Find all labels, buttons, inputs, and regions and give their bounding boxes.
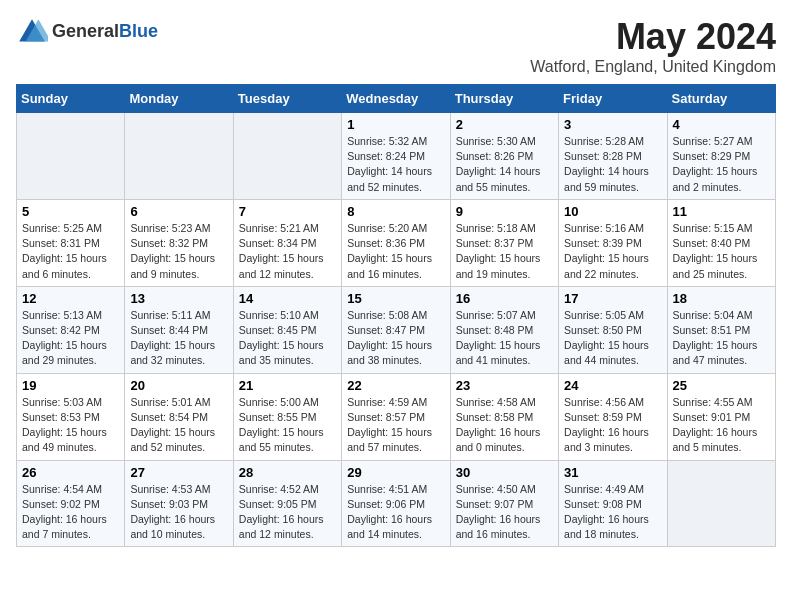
day-info: Sunrise: 4:49 AMSunset: 9:08 PMDaylight:… — [564, 482, 661, 543]
calendar-cell: 23Sunrise: 4:58 AMSunset: 8:58 PMDayligh… — [450, 373, 558, 460]
weekday-header-wednesday: Wednesday — [342, 85, 450, 113]
day-info: Sunrise: 5:05 AMSunset: 8:50 PMDaylight:… — [564, 308, 661, 369]
day-info: Sunrise: 5:25 AMSunset: 8:31 PMDaylight:… — [22, 221, 119, 282]
day-info: Sunrise: 5:16 AMSunset: 8:39 PMDaylight:… — [564, 221, 661, 282]
day-number: 31 — [564, 465, 661, 480]
day-number: 16 — [456, 291, 553, 306]
logo-icon — [16, 16, 48, 48]
day-info: Sunrise: 5:32 AMSunset: 8:24 PMDaylight:… — [347, 134, 444, 195]
calendar-cell: 8Sunrise: 5:20 AMSunset: 8:36 PMDaylight… — [342, 199, 450, 286]
page-header: GeneralBlue May 2024 Watford, England, U… — [16, 16, 776, 76]
day-number: 13 — [130, 291, 227, 306]
day-number: 2 — [456, 117, 553, 132]
calendar-cell: 16Sunrise: 5:07 AMSunset: 8:48 PMDayligh… — [450, 286, 558, 373]
calendar-cell: 1Sunrise: 5:32 AMSunset: 8:24 PMDaylight… — [342, 113, 450, 200]
day-info: Sunrise: 5:21 AMSunset: 8:34 PMDaylight:… — [239, 221, 336, 282]
calendar-cell: 20Sunrise: 5:01 AMSunset: 8:54 PMDayligh… — [125, 373, 233, 460]
day-number: 29 — [347, 465, 444, 480]
calendar-table: SundayMondayTuesdayWednesdayThursdayFrid… — [16, 84, 776, 547]
weekday-header-thursday: Thursday — [450, 85, 558, 113]
day-number: 3 — [564, 117, 661, 132]
day-number: 1 — [347, 117, 444, 132]
day-number: 9 — [456, 204, 553, 219]
day-number: 7 — [239, 204, 336, 219]
day-info: Sunrise: 4:51 AMSunset: 9:06 PMDaylight:… — [347, 482, 444, 543]
calendar-cell: 4Sunrise: 5:27 AMSunset: 8:29 PMDaylight… — [667, 113, 775, 200]
day-number: 27 — [130, 465, 227, 480]
day-info: Sunrise: 5:01 AMSunset: 8:54 PMDaylight:… — [130, 395, 227, 456]
day-number: 26 — [22, 465, 119, 480]
day-number: 24 — [564, 378, 661, 393]
day-info: Sunrise: 5:30 AMSunset: 8:26 PMDaylight:… — [456, 134, 553, 195]
weekday-header-saturday: Saturday — [667, 85, 775, 113]
calendar-cell: 26Sunrise: 4:54 AMSunset: 9:02 PMDayligh… — [17, 460, 125, 547]
day-number: 28 — [239, 465, 336, 480]
calendar-cell: 30Sunrise: 4:50 AMSunset: 9:07 PMDayligh… — [450, 460, 558, 547]
day-number: 21 — [239, 378, 336, 393]
day-info: Sunrise: 5:03 AMSunset: 8:53 PMDaylight:… — [22, 395, 119, 456]
location-text: Watford, England, United Kingdom — [530, 58, 776, 76]
day-info: Sunrise: 4:55 AMSunset: 9:01 PMDaylight:… — [673, 395, 770, 456]
day-number: 6 — [130, 204, 227, 219]
calendar-cell: 6Sunrise: 5:23 AMSunset: 8:32 PMDaylight… — [125, 199, 233, 286]
calendar-cell: 2Sunrise: 5:30 AMSunset: 8:26 PMDaylight… — [450, 113, 558, 200]
calendar-cell: 27Sunrise: 4:53 AMSunset: 9:03 PMDayligh… — [125, 460, 233, 547]
day-info: Sunrise: 4:52 AMSunset: 9:05 PMDaylight:… — [239, 482, 336, 543]
day-number: 5 — [22, 204, 119, 219]
logo-general-text: General — [52, 21, 119, 41]
day-info: Sunrise: 5:04 AMSunset: 8:51 PMDaylight:… — [673, 308, 770, 369]
day-number: 10 — [564, 204, 661, 219]
calendar-cell: 25Sunrise: 4:55 AMSunset: 9:01 PMDayligh… — [667, 373, 775, 460]
calendar-cell: 28Sunrise: 4:52 AMSunset: 9:05 PMDayligh… — [233, 460, 341, 547]
day-number: 17 — [564, 291, 661, 306]
day-info: Sunrise: 5:28 AMSunset: 8:28 PMDaylight:… — [564, 134, 661, 195]
day-info: Sunrise: 5:23 AMSunset: 8:32 PMDaylight:… — [130, 221, 227, 282]
calendar-cell: 29Sunrise: 4:51 AMSunset: 9:06 PMDayligh… — [342, 460, 450, 547]
day-info: Sunrise: 4:54 AMSunset: 9:02 PMDaylight:… — [22, 482, 119, 543]
day-number: 15 — [347, 291, 444, 306]
day-number: 19 — [22, 378, 119, 393]
calendar-cell: 15Sunrise: 5:08 AMSunset: 8:47 PMDayligh… — [342, 286, 450, 373]
calendar-cell: 7Sunrise: 5:21 AMSunset: 8:34 PMDaylight… — [233, 199, 341, 286]
calendar-cell: 5Sunrise: 5:25 AMSunset: 8:31 PMDaylight… — [17, 199, 125, 286]
calendar-cell — [17, 113, 125, 200]
day-number: 11 — [673, 204, 770, 219]
calendar-cell: 3Sunrise: 5:28 AMSunset: 8:28 PMDaylight… — [559, 113, 667, 200]
calendar-cell: 24Sunrise: 4:56 AMSunset: 8:59 PMDayligh… — [559, 373, 667, 460]
day-info: Sunrise: 4:50 AMSunset: 9:07 PMDaylight:… — [456, 482, 553, 543]
day-info: Sunrise: 5:11 AMSunset: 8:44 PMDaylight:… — [130, 308, 227, 369]
logo: GeneralBlue — [16, 16, 158, 48]
day-info: Sunrise: 5:07 AMSunset: 8:48 PMDaylight:… — [456, 308, 553, 369]
day-info: Sunrise: 4:59 AMSunset: 8:57 PMDaylight:… — [347, 395, 444, 456]
calendar-cell: 9Sunrise: 5:18 AMSunset: 8:37 PMDaylight… — [450, 199, 558, 286]
day-number: 18 — [673, 291, 770, 306]
day-info: Sunrise: 5:13 AMSunset: 8:42 PMDaylight:… — [22, 308, 119, 369]
day-number: 25 — [673, 378, 770, 393]
calendar-cell: 12Sunrise: 5:13 AMSunset: 8:42 PMDayligh… — [17, 286, 125, 373]
day-number: 23 — [456, 378, 553, 393]
day-info: Sunrise: 5:08 AMSunset: 8:47 PMDaylight:… — [347, 308, 444, 369]
calendar-cell: 21Sunrise: 5:00 AMSunset: 8:55 PMDayligh… — [233, 373, 341, 460]
calendar-cell — [125, 113, 233, 200]
calendar-cell — [667, 460, 775, 547]
day-info: Sunrise: 4:53 AMSunset: 9:03 PMDaylight:… — [130, 482, 227, 543]
day-number: 14 — [239, 291, 336, 306]
calendar-cell: 22Sunrise: 4:59 AMSunset: 8:57 PMDayligh… — [342, 373, 450, 460]
day-info: Sunrise: 5:20 AMSunset: 8:36 PMDaylight:… — [347, 221, 444, 282]
day-number: 22 — [347, 378, 444, 393]
calendar-cell: 14Sunrise: 5:10 AMSunset: 8:45 PMDayligh… — [233, 286, 341, 373]
weekday-header-monday: Monday — [125, 85, 233, 113]
day-info: Sunrise: 4:56 AMSunset: 8:59 PMDaylight:… — [564, 395, 661, 456]
logo-blue-text: Blue — [119, 21, 158, 41]
weekday-header-tuesday: Tuesday — [233, 85, 341, 113]
title-block: May 2024 Watford, England, United Kingdo… — [530, 16, 776, 76]
weekday-header-friday: Friday — [559, 85, 667, 113]
day-number: 4 — [673, 117, 770, 132]
day-info: Sunrise: 5:00 AMSunset: 8:55 PMDaylight:… — [239, 395, 336, 456]
calendar-cell: 10Sunrise: 5:16 AMSunset: 8:39 PMDayligh… — [559, 199, 667, 286]
day-info: Sunrise: 5:10 AMSunset: 8:45 PMDaylight:… — [239, 308, 336, 369]
calendar-cell: 31Sunrise: 4:49 AMSunset: 9:08 PMDayligh… — [559, 460, 667, 547]
day-info: Sunrise: 5:18 AMSunset: 8:37 PMDaylight:… — [456, 221, 553, 282]
calendar-cell: 11Sunrise: 5:15 AMSunset: 8:40 PMDayligh… — [667, 199, 775, 286]
day-number: 8 — [347, 204, 444, 219]
